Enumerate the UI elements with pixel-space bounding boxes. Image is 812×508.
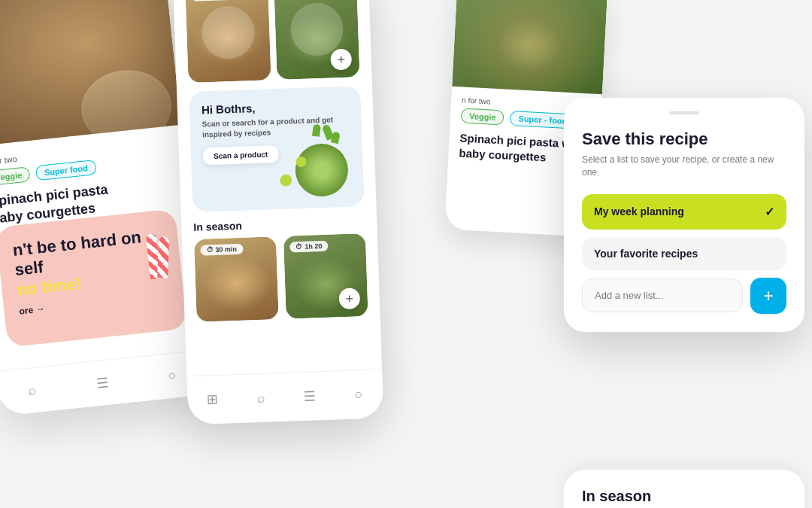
phone3-tag-veggie: Veggie [461,108,504,125]
phone2-nav-search-icon[interactable]: ⌕ [251,389,270,408]
app-scene: n for two Veggie Super food Spinach pici… [0,0,812,508]
recipe-thumb-2: ⏱ 1h 20 + [274,0,359,80]
candy-stick-2 [157,236,169,278]
candy-cane-decoration [123,217,174,281]
list-option-week-planning[interactable]: My week planning ✓ [582,194,786,230]
save-recipe-title: Save this recipe [582,129,786,149]
food-circle-2 [289,2,344,56]
nav-search-icon[interactable]: ⌕ [23,381,42,400]
tag-superfood: Super food [35,160,97,181]
add-list-button[interactable]: + [750,278,786,314]
season-thumbs: ⏱ 30 min ⏱ 1h 20 + [182,233,380,322]
add-fab-season[interactable]: + [338,287,360,309]
phone3-food-top [452,0,608,94]
nav-user-icon[interactable]: ○ [162,366,182,385]
time-badge-4: ⏱ 1h 20 [289,241,328,253]
save-recipe-desc: Select a list to save your recipe, or cr… [582,154,786,179]
recipe-thumb-1: ⏱ 30 min [185,0,271,83]
promo-card: n't be to hard on self no time! ore → [0,208,187,347]
add-list-row: + [582,278,786,314]
microgreen-3 [331,131,341,144]
food-circle-1 [201,5,255,59]
phone2-nav-user-icon[interactable]: ○ [349,385,368,404]
hi-greeting: Hi Bothrs, [201,99,349,117]
list-option-favorites[interactable]: Your favorite recipes [582,237,786,270]
phone2-bottom-nav: ⊞ ⌕ ☰ ○ [186,369,383,424]
hi-card: Hi Bothrs, Scan or search for a product … [189,86,364,212]
season-thumb-2: ⏱ 1h 20 + [283,233,368,319]
add-list-input[interactable] [582,278,743,312]
in-season-bottom: In season [564,470,804,508]
season-thumb-1: ⏱ 30 min [194,236,279,322]
phone2-nav-home-icon[interactable]: ⊞ [203,391,222,409]
scan-button[interactable]: Scan a product [203,145,279,165]
nav-list-icon[interactable]: ☰ [92,373,112,393]
save-recipe-panel: Save this recipe Select a list to save y… [564,98,804,332]
in-season-bottom-title: In season [582,488,786,505]
bottom-sheet-handle [669,111,699,114]
time-badge-3: ⏱ 30 min [200,244,243,256]
phone2-nav-list-icon[interactable]: ☰ [300,387,319,406]
phone-card-2: ⏱ 30 min ⏱ 1h 20 + Hi Bothrs, [173,0,384,424]
checkmark-icon: ✓ [765,205,774,219]
food-image-top [0,0,181,147]
thumb-food-1 [185,0,271,83]
phone2-top-row: ⏱ 30 min ⏱ 1h 20 + [173,0,372,84]
herb-decoration [295,143,349,197]
lime-1 [280,174,292,187]
tag-veggie: Veggie [0,166,31,186]
